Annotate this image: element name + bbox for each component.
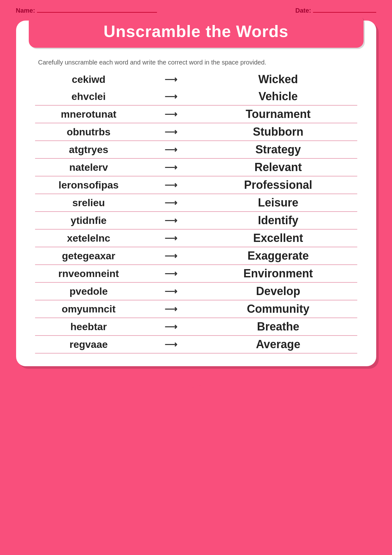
brand-label: kami: [187, 382, 205, 390]
word-row: rnveomneint ⟶ Environment: [35, 265, 357, 283]
scrambled-word: atgtryes: [35, 144, 142, 156]
arrow-icon: ⟶: [165, 162, 177, 173]
answer-word: Vehicle: [199, 90, 357, 103]
word-row: pvedole ⟶ Develop: [35, 283, 357, 300]
arrow-col: ⟶: [155, 215, 187, 226]
scrambled-word: pvedole: [35, 286, 142, 297]
arrow-icon: ⟶: [165, 109, 177, 120]
word-row: cekiwd ⟶ Wicked: [35, 71, 357, 88]
word-row: xetelelnc ⟶ Excellent: [35, 230, 357, 247]
word-row: omyumncit ⟶ Community: [35, 300, 357, 318]
word-row: ytidnfie ⟶ Identify: [35, 212, 357, 230]
scrambled-word: natelerv: [35, 162, 142, 173]
arrow-col: ⟶: [155, 127, 187, 137]
arrow-col: ⟶: [155, 268, 187, 279]
arrow-col: ⟶: [155, 145, 187, 155]
date-line[interactable]: [313, 6, 376, 13]
arrow-col: ⟶: [155, 109, 187, 120]
name-label: Name:: [16, 7, 35, 14]
answer-word: Breathe: [199, 320, 357, 333]
word-row: atgtryes ⟶ Strategy: [35, 141, 357, 159]
answer-word: Exaggerate: [199, 249, 357, 262]
answer-word: Strategy: [199, 143, 357, 156]
answer-word: Tournament: [199, 108, 357, 121]
scrambled-word: rnveomneint: [35, 268, 142, 280]
arrow-col: ⟶: [155, 180, 187, 190]
page-wrapper: Name: Date: Unscramble the Words Careful…: [0, 0, 392, 555]
date-field: Date:: [295, 6, 376, 14]
arrow-col: ⟶: [155, 251, 187, 261]
answer-word: Excellent: [199, 231, 357, 245]
scrambled-word: mnerotunat: [35, 108, 142, 120]
answer-word: Leisure: [199, 196, 357, 209]
arrow-col: ⟶: [155, 339, 187, 350]
arrow-col: ⟶: [155, 74, 187, 85]
arrow-col: ⟶: [155, 322, 187, 332]
date-label: Date:: [295, 7, 311, 14]
arrow-col: ⟶: [155, 91, 187, 102]
scrambled-word: regvaae: [35, 339, 142, 350]
scrambled-word: leronsofipas: [35, 179, 142, 191]
name-line[interactable]: [37, 6, 157, 13]
scrambled-word: ehvclei: [35, 91, 142, 102]
arrow-icon: ⟶: [165, 127, 177, 137]
name-field: Name:: [16, 6, 157, 14]
title-banner: Unscramble the Words: [29, 15, 364, 48]
scrambled-word: obnutrbs: [35, 126, 142, 138]
arrow-icon: ⟶: [165, 304, 177, 314]
main-card: Unscramble the Words Carefully unscrambl…: [16, 21, 376, 366]
arrow-icon: ⟶: [165, 198, 177, 208]
arrow-icon: ⟶: [165, 268, 177, 279]
scrambled-word: getegeaxar: [35, 250, 142, 262]
arrow-icon: ⟶: [165, 286, 177, 297]
word-row: srelieu ⟶ Leisure: [35, 194, 357, 212]
arrow-icon: ⟶: [165, 91, 177, 102]
footer: kami: [0, 376, 392, 393]
arrow-icon: ⟶: [165, 180, 177, 190]
answer-word: Wicked: [199, 73, 357, 86]
scrambled-word: cekiwd: [35, 74, 142, 85]
answer-word: Identify: [199, 214, 357, 227]
arrow-icon: ⟶: [165, 74, 177, 85]
scrambled-word: heebtar: [35, 321, 142, 333]
word-row: obnutrbs ⟶ Stubborn: [35, 123, 357, 141]
arrow-icon: ⟶: [165, 215, 177, 226]
scrambled-word: omyumncit: [35, 303, 142, 315]
arrow-icon: ⟶: [165, 145, 177, 155]
arrow-icon: ⟶: [165, 251, 177, 261]
answer-word: Relevant: [199, 161, 357, 174]
arrow-col: ⟶: [155, 286, 187, 297]
instruction-text: Carefully unscramble each word and write…: [38, 59, 354, 66]
word-row: heebtar ⟶ Breathe: [35, 318, 357, 336]
answer-word: Develop: [199, 285, 357, 298]
word-row: leronsofipas ⟶ Professional: [35, 176, 357, 194]
answer-word: Professional: [199, 178, 357, 192]
arrow-icon: ⟶: [165, 233, 177, 244]
arrow-icon: ⟶: [165, 322, 177, 332]
word-row: mnerotunat ⟶ Tournament: [35, 106, 357, 123]
answer-word: Stubborn: [199, 125, 357, 139]
word-row: regvaae ⟶ Average: [35, 336, 357, 354]
answer-word: Environment: [199, 267, 357, 280]
word-row: natelerv ⟶ Relevant: [35, 159, 357, 176]
arrow-col: ⟶: [155, 162, 187, 173]
arrow-icon: ⟶: [165, 339, 177, 350]
arrow-col: ⟶: [155, 198, 187, 208]
word-row: ehvclei ⟶ Vehicle: [35, 88, 357, 106]
answer-word: Average: [199, 338, 357, 351]
page-title: Unscramble the Words: [38, 22, 354, 41]
scrambled-word: xetelelnc: [35, 232, 142, 244]
arrow-col: ⟶: [155, 233, 187, 244]
word-row: getegeaxar ⟶ Exaggerate: [35, 247, 357, 265]
answer-word: Community: [199, 302, 357, 316]
words-container: cekiwd ⟶ Wicked ehvclei ⟶ Vehicle mnerot…: [35, 71, 357, 354]
arrow-col: ⟶: [155, 304, 187, 314]
scrambled-word: srelieu: [35, 197, 142, 209]
scrambled-word: ytidnfie: [35, 215, 142, 226]
